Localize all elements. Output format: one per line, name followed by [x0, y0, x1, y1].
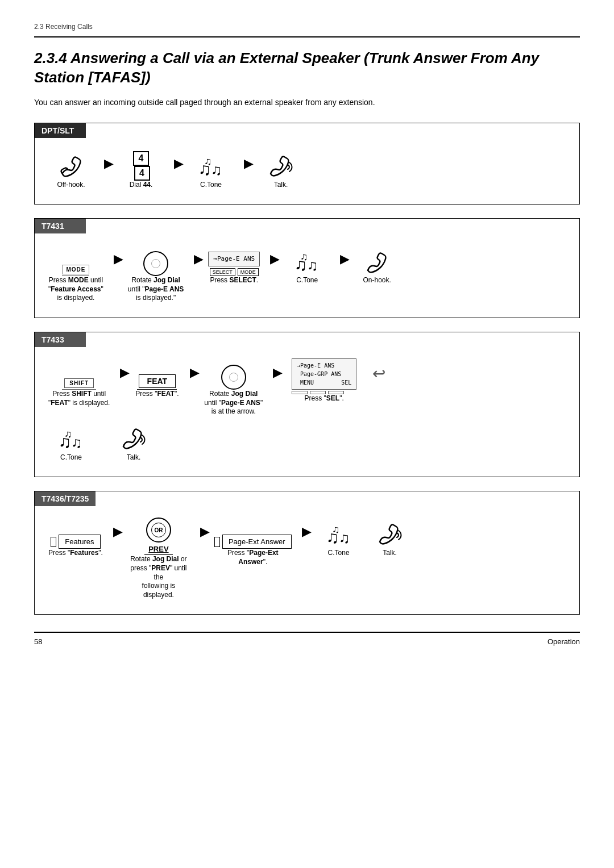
- t7433-row2: ♫ ♫ ♫ C.Tone Talk.: [48, 422, 566, 462]
- talk-label-dpt: Talk.: [274, 181, 288, 190]
- arrow-t7436-3: ▶: [302, 524, 312, 539]
- page-title: 2.3.4 Answering a Call via an External S…: [34, 49, 580, 87]
- talk-icon-t7436: [375, 521, 405, 549]
- jog-prev-label: Rotate Jog Dial orpress "PREV" until the…: [127, 555, 190, 599]
- sel-label-t7433: Press "SEL".: [305, 394, 344, 403]
- step-onhook-t7431: On-hook.: [354, 245, 400, 285]
- section-header-dpt-slt: DPT/SLT: [35, 123, 86, 138]
- intro-text: You can answer an incoming outside call …: [34, 98, 580, 107]
- ctone-icon-t7436: ♫ ♫ ♫: [324, 523, 354, 549]
- features-icon: Features: [59, 535, 100, 549]
- step-offhook: Off-hook.: [48, 149, 94, 190]
- page-e-display-t7431: →Page-E ANS: [208, 252, 260, 267]
- page-ext-label: Press "Page-Ext Answer".: [222, 549, 284, 566]
- ctone-sublabel-t7436: C.Tone: [328, 549, 350, 558]
- step-page-ext-t7436: Page-Ext Answer Press "Page-Ext Answer".: [214, 518, 292, 566]
- section-header-t7431: T7431: [35, 219, 86, 233]
- talk-label-t7433: Talk.: [127, 453, 141, 462]
- svg-text:♫: ♫: [64, 428, 72, 440]
- ctone-sublabel-t7431: C.Tone: [296, 276, 318, 285]
- onhook-icon: [363, 249, 391, 276]
- arrow-t7431-1: ▶: [114, 252, 123, 266]
- t7433-row1: SHIFT Press SHIFT until"FEAT" is display…: [48, 358, 566, 416]
- arrow2: ▶: [174, 156, 184, 171]
- section-header-t7436: T7436/T7235: [35, 491, 96, 506]
- feat-label: Press "FEAT".: [135, 390, 179, 399]
- step-shift-t7433: SHIFT Press SHIFT until"FEAT" is display…: [48, 358, 110, 407]
- prev-label: PREV: [144, 545, 173, 553]
- mode-label: Press MODE until"Feature Access"is displ…: [48, 276, 103, 303]
- dial-key-4b: 4: [134, 166, 150, 181]
- page-ext-icon: Page-Ext Answer: [222, 535, 292, 549]
- arrow-t7433-1: ▶: [120, 365, 130, 380]
- page-number: 58: [34, 637, 42, 646]
- arrow-t7433-3: ▶: [273, 365, 283, 380]
- return-arrow-t7433: ↩: [372, 364, 385, 383]
- section-dpt-slt: DPT/SLT Off-hook. ▶ 4 4 Dial: [34, 123, 580, 205]
- section-t7436: T7436/T7235 Features Press "Features". ▶…: [34, 491, 580, 615]
- section-t7433: T7433 SHIFT Press SHIFT until"FEAT" is d…: [34, 332, 580, 477]
- step-feat-t7433: FEAT Press "FEAT".: [134, 358, 180, 399]
- ctone-sublabel-t7433: C.Tone: [60, 453, 82, 462]
- mode-icon: MODE: [62, 265, 89, 274]
- talk-icon-t7433: [119, 426, 148, 453]
- arrow-t7436-2: ▶: [200, 524, 210, 539]
- jog-dial-t7436: OR: [146, 518, 171, 542]
- jog-dial-t7433: [221, 365, 246, 390]
- arrow-t7431-2: ▶: [194, 252, 204, 266]
- svg-text:♫: ♫: [300, 251, 308, 262]
- or-circle: OR: [151, 523, 166, 537]
- t7431-steps: MODE Press MODE until"Feature Access"is …: [48, 245, 566, 303]
- svg-text:♫: ♫: [204, 156, 212, 167]
- ctone-icon-t7431: ♫ ♫ ♫: [292, 250, 322, 276]
- step-sel-t7433: →Page-E ANS Page-GRP ANS MENU SEL Press …: [287, 358, 361, 403]
- section-t7431: T7431 MODE Press MODE until"Feature Acce…: [34, 218, 580, 318]
- ctone-icon-dpt: ♫ ♫ ♫: [196, 155, 226, 181]
- arrow1: ▶: [104, 156, 114, 171]
- btn-left2-t7436: [214, 537, 220, 547]
- dpt-slt-steps: Off-hook. ▶ 4 4 Dial 44. ▶ ♫ ♫: [48, 149, 566, 190]
- arrow3: ▶: [244, 156, 254, 171]
- step-page-e-ans-t7431: →Page-E ANS SELECT MODE Press SELECT.: [208, 245, 260, 285]
- shift-label: Press SHIFT until"FEAT" is displayed.: [48, 390, 110, 407]
- talk-label-t7436: Talk.: [383, 549, 397, 558]
- features-label: Press "Features".: [48, 549, 103, 558]
- svg-text:♫: ♫: [211, 161, 222, 178]
- arrow-t7433-2: ▶: [190, 365, 200, 380]
- breadcrumb: 2.3 Receiving Calls: [34, 23, 580, 31]
- step-ctone-dpt: ♫ ♫ ♫ C.Tone: [188, 149, 234, 190]
- step-features-t7436: Features Press "Features".: [48, 518, 103, 558]
- jog-label-t7433: Rotate Jog Dialuntil "Page-E ANS"is at t…: [204, 390, 263, 416]
- step-talk-t7436: Talk.: [367, 518, 413, 558]
- offhook-icon: [57, 153, 85, 181]
- page-e-display-t7433: →Page-E ANS Page-GRP ANS MENU SEL: [292, 358, 356, 390]
- feat-icon: FEAT: [139, 374, 176, 388]
- ctone-icon-t7433: ♫ ♫ ♫: [56, 427, 86, 453]
- step-ctone-t7431: ♫ ♫ ♫ C.Tone: [284, 245, 330, 285]
- step-jog-t7433: Rotate Jog Dialuntil "Page-E ANS"is at t…: [204, 358, 263, 416]
- mode-bar: MODE: [238, 268, 259, 276]
- arrow-t7436-1: ▶: [113, 524, 123, 539]
- btn-left-t7436: [51, 537, 56, 547]
- dial-key-4a: 4: [133, 151, 149, 166]
- arrow-t7431-4: ▶: [340, 252, 350, 266]
- offhook-label: Off-hook.: [57, 181, 85, 190]
- ctone-sublabel-dpt: C.Tone: [200, 181, 222, 190]
- jog-dial-t7431: [143, 251, 168, 276]
- footer-section: Operation: [547, 637, 580, 646]
- step-mode-t7431: MODE Press MODE until"Feature Access"is …: [48, 245, 103, 303]
- top-divider: [34, 36, 580, 37]
- step-dial44: 4 4 Dial 44.: [118, 149, 164, 190]
- arrow-t7431-3: ▶: [270, 252, 280, 266]
- step-jog-or-prev-t7436: OR PREV Rotate Jog Dial orpress "PREV" u…: [127, 518, 190, 599]
- step-jog-t7431: Rotate Jog Dialuntil "Page-E ANSis displ…: [128, 245, 184, 303]
- svg-text:♫: ♫: [339, 529, 350, 546]
- svg-text:♫: ♫: [71, 434, 82, 451]
- onhook-label-t7431: On-hook.: [363, 276, 391, 285]
- talk-icon-dpt: [266, 153, 296, 181]
- section-header-t7433: T7433: [35, 332, 86, 347]
- svg-text:♫: ♫: [332, 524, 340, 535]
- svg-text:♫: ♫: [307, 257, 318, 274]
- jog-label-t7431: Rotate Jog Dialuntil "Page-E ANSis displ…: [128, 276, 184, 303]
- page-footer: 58 Operation: [34, 632, 580, 646]
